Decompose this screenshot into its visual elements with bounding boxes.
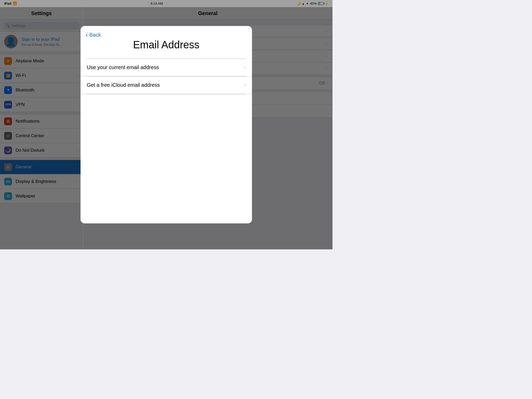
free-icloud-label: Get a free iCloud email address — [87, 82, 160, 88]
modal-bottom-divider — [87, 94, 246, 94]
modal-overlay[interactable]: ‹ Back Email Address Use your current em… — [0, 0, 332, 249]
current-email-chevron: › — [244, 65, 246, 70]
back-chevron-icon: ‹ — [86, 31, 88, 38]
email-address-modal: ‹ Back Email Address Use your current em… — [81, 26, 252, 223]
current-email-label: Use your current email address — [87, 64, 159, 70]
free-icloud-chevron: › — [244, 82, 246, 88]
modal-title: Email Address — [81, 26, 252, 58]
back-label: Back — [89, 32, 101, 38]
modal-item-current-email[interactable]: Use your current email address › — [81, 59, 252, 76]
modal-back-button[interactable]: ‹ Back — [86, 31, 101, 38]
modal-item-free-icloud[interactable]: Get a free iCloud email address › — [81, 76, 252, 94]
